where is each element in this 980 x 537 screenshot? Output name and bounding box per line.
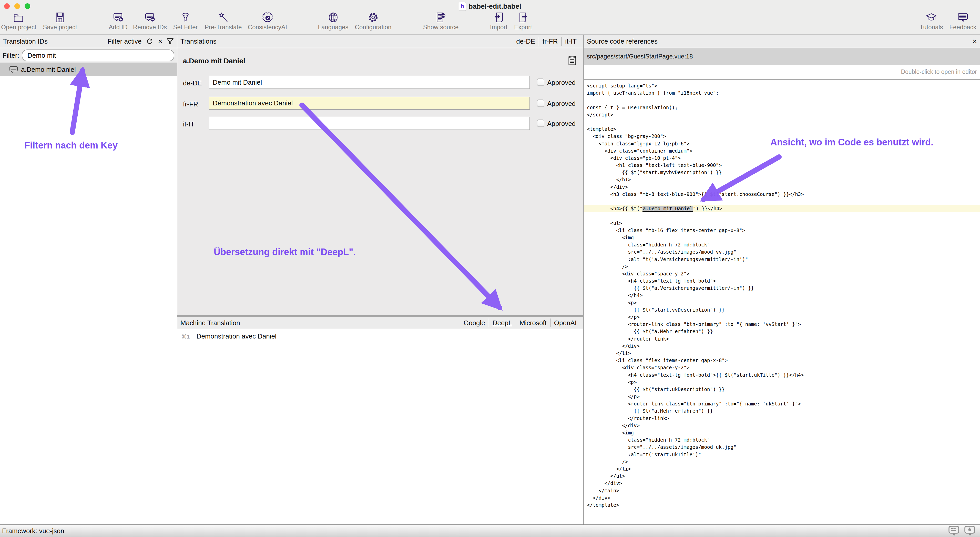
code-line: <ul>: [587, 220, 980, 227]
add-id-bubble-plus-icon: [112, 11, 124, 23]
languages-button[interactable]: Languages: [318, 11, 348, 34]
machine-translation-title: Machine Translation: [180, 319, 240, 327]
tab-fr-FR[interactable]: fr-FR: [539, 37, 561, 45]
translation-key-heading: a.Demo mit Daniel: [183, 57, 245, 65]
tab-google[interactable]: Google: [460, 319, 489, 327]
code-line: src="../../assets/images/mood_uk.jpg": [587, 443, 980, 451]
code-line: <div class="pb-10 pt-4">: [587, 155, 980, 162]
show-source-button[interactable]: Show source: [423, 11, 459, 34]
approved-checkbox-fr-FR[interactable]: [537, 99, 544, 107]
toolbar-item-label: Open project: [1, 24, 36, 31]
tab-openai[interactable]: OpenAI: [550, 319, 580, 327]
code-line: </router-link>: [587, 335, 980, 343]
minimize-window-button[interactable]: [14, 3, 20, 9]
code-line: <h4 class="text-lg font-bold">: [587, 277, 980, 284]
code-line: {{ $t("start.myvbvDescription") }}: [587, 169, 980, 176]
consistency-ai-button[interactable]: ConsistencyAI: [248, 11, 287, 34]
code-line: <p>: [587, 379, 980, 386]
pre-translate-wand-icon: [217, 11, 229, 23]
source-reference-path: src/pages/start/GuestStartPage.vue:18: [587, 53, 693, 60]
main-toolbar: Open project Save project Add ID Remove …: [0, 11, 980, 35]
language-label: fr-FR: [183, 100, 207, 108]
document-icon: b: [459, 2, 466, 11]
translations-title: Translations: [180, 37, 216, 45]
code-block[interactable]: <script setup lang="ts">import { useTran…: [584, 80, 980, 524]
translations-header: Translations de-DE fr-FR it-IT: [177, 35, 583, 48]
translation-id-list-item[interactable]: a.Demo mit Daniel: [0, 63, 177, 76]
code-line: <main class="lg:px-12 lg:pb-6">: [587, 140, 980, 147]
translation-value: Démonstration avec Daniel: [213, 99, 293, 107]
configuration-gear-icon: [367, 11, 379, 23]
translation-input-de-DE[interactable]: Demo mit Daniel: [209, 76, 530, 89]
pre-translate-button[interactable]: Pre-Translate: [205, 11, 241, 34]
save-project-button[interactable]: Save project: [42, 11, 78, 34]
refresh-filter-icon[interactable]: [146, 37, 154, 45]
language-label: de-DE: [183, 79, 207, 87]
export-button[interactable]: Export: [513, 11, 533, 34]
approved-checkbox-it-IT[interactable]: [537, 120, 544, 127]
configuration-button[interactable]: Configuration: [354, 11, 392, 34]
approved-label: Approved: [547, 100, 576, 108]
filter-input[interactable]: Demo mit: [22, 49, 174, 61]
approved-label: Approved: [547, 79, 576, 87]
code-line: </template>: [587, 501, 980, 508]
machine-translation-result-row[interactable]: ⌘1 Démonstration avec Daniel: [181, 332, 277, 340]
close-window-button[interactable]: [4, 3, 10, 9]
code-line: :alt="t('a.Versicherungsvermittler/-in')…: [587, 256, 980, 263]
filter-funnel-icon[interactable]: [167, 37, 174, 45]
filter-label: Filter:: [3, 51, 19, 59]
set-filter-funnel-icon: [180, 11, 191, 23]
code-line: />: [587, 263, 980, 270]
tab-it-IT[interactable]: it-IT: [562, 37, 580, 45]
approved-label: Approved: [547, 120, 576, 128]
code-line: <li class="mb-16 flex items-center gap-x…: [587, 227, 980, 234]
news-bubble-icon[interactable]: [948, 526, 960, 536]
tutorials-button[interactable]: Tutorials: [919, 11, 943, 34]
clear-filter-icon[interactable]: ×: [158, 37, 162, 45]
tab-microsoft[interactable]: Microsoft: [516, 319, 550, 327]
set-filter-button[interactable]: Set Filter: [172, 11, 199, 34]
code-line: <div class="space-y-2">: [587, 270, 980, 277]
main-area: Translation IDs Filter active × Filter: …: [0, 35, 980, 524]
tab-de-DE[interactable]: de-DE: [512, 37, 539, 45]
translation-input-fr-FR[interactable]: Démonstration avec Daniel: [209, 97, 530, 110]
rate-star-bubble-icon[interactable]: [964, 526, 976, 536]
tab-deepl[interactable]: DeepL: [489, 319, 516, 327]
highlighted-translation-key-token: a.Demo mit Daniel: [643, 206, 693, 212]
code-line: <p>: [587, 299, 980, 306]
code-line: </div>: [587, 343, 980, 349]
open-project-button[interactable]: Open project: [1, 11, 37, 34]
open-project-folder-icon: [13, 11, 25, 23]
languages-globe-icon: [327, 11, 339, 23]
translation-input-it-IT[interactable]: [209, 117, 530, 130]
code-line: src="../../assets/images/mood_vv.jpg": [587, 248, 980, 255]
code-line: </p>: [587, 313, 980, 320]
code-line: <li class="flex items-center gap-x-8">: [587, 357, 980, 364]
highlighted-code-line: <h4>{{ $t("a.Demo mit Daniel") }}</h4>: [584, 205, 980, 212]
code-line: </div>: [587, 480, 980, 487]
code-line: <h4 class="text-lg font-bold">{{ $t("sta…: [587, 371, 980, 379]
toolbar-item-label: Import: [490, 24, 508, 31]
translation-value: Demo mit Daniel: [213, 78, 262, 86]
approved-checkbox-de-DE[interactable]: [537, 78, 544, 86]
comment-bubble-icon: [9, 66, 18, 73]
toolbar-item-label: Show source: [423, 24, 459, 31]
translation-ids-header: Translation IDs Filter active ×: [0, 35, 177, 48]
toolbar-item-label: Pre-Translate: [205, 24, 242, 31]
source-reference-item[interactable]: src/pages/start/GuestStartPage.vue:18: [584, 48, 980, 65]
notes-icon[interactable]: [568, 56, 577, 66]
code-line: </div>: [587, 422, 980, 429]
import-button[interactable]: Import: [488, 11, 509, 34]
language-tabs: de-DE fr-FR it-IT: [512, 37, 580, 46]
close-panel-icon[interactable]: ×: [972, 37, 977, 45]
machine-translation-header: Machine Translation Google DeepL Microso…: [177, 317, 583, 329]
code-line: <router-link class="btn-primary" :to="{ …: [587, 320, 980, 328]
code-line: </div>: [587, 494, 980, 501]
feedback-button[interactable]: Feedback: [949, 11, 977, 34]
hint-row: Double-click to open in editor: [584, 65, 980, 79]
remove-ids-button[interactable]: Remove IDs: [133, 11, 167, 34]
zoom-window-button[interactable]: [25, 3, 30, 9]
code-line: {{ $t("a.Mehr erfahren") }}: [587, 407, 980, 414]
add-id-button[interactable]: Add ID: [108, 11, 128, 34]
machine-translation-splitter[interactable]: [177, 315, 583, 317]
